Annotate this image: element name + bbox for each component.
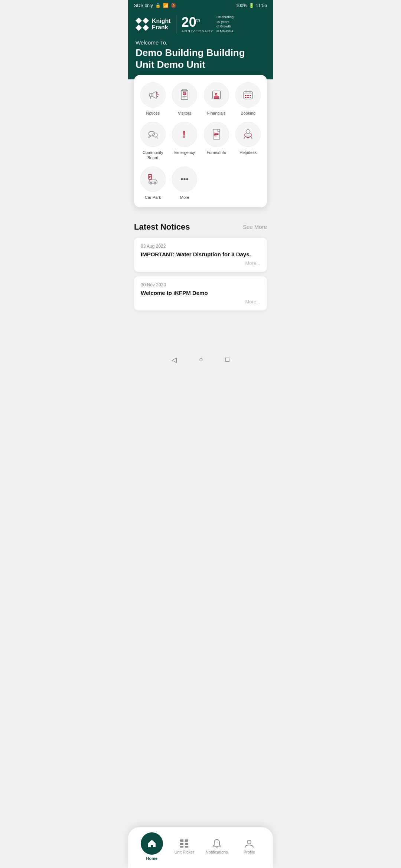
content-area: Latest Notices See More 03 Aug 2022 IMPO…: [128, 213, 273, 352]
community-icon-circle: [140, 122, 166, 147]
notice-more-1: More...: [141, 260, 260, 266]
menu-item-emergency[interactable]: ! Emergency: [170, 122, 199, 161]
svg-text:P: P: [149, 175, 151, 179]
time-label: 11:56: [256, 3, 267, 8]
svg-rect-20: [245, 95, 247, 96]
visitors-icon-circle: V: [172, 82, 197, 108]
document-icon: [210, 128, 223, 141]
forms-label: Forms/Info: [206, 150, 226, 155]
svg-rect-34: [214, 134, 215, 135]
menu-grid: Notices V Visitors $: [138, 82, 263, 200]
menu-item-forms[interactable]: Forms/Info: [202, 122, 231, 161]
megaphone-icon: [146, 88, 160, 102]
svg-point-26: [149, 131, 154, 136]
notice-more-2: More...: [141, 299, 260, 305]
forms-icon-circle: [204, 122, 229, 147]
wifi-icon: 📶: [163, 3, 169, 8]
menu-item-carpark[interactable]: P Car Park: [138, 167, 167, 200]
svg-point-27: [152, 133, 157, 137]
dollar-icon: $: [210, 88, 223, 102]
svg-rect-35: [214, 135, 215, 136]
menu-item-booking[interactable]: Booking: [234, 82, 263, 116]
svg-text:V: V: [184, 92, 186, 96]
menu-card: Notices V Visitors $: [134, 75, 267, 207]
svg-rect-25: [250, 97, 251, 98]
agent-icon: [241, 128, 255, 141]
exclamation-icon: !: [178, 128, 191, 141]
svg-point-3: [157, 94, 159, 95]
android-recents[interactable]: □: [225, 356, 229, 364]
menu-item-financials[interactable]: $ Financials: [202, 82, 231, 116]
helpdesk-label: Helpdesk: [239, 150, 257, 155]
notice-card-1[interactable]: 03 Aug 2022 IMPORTANT: Water Disruption …: [134, 238, 267, 272]
notice-card-2[interactable]: 30 Nov 2020 Welcome to iKFPM Demo More..…: [134, 276, 267, 310]
kf-text: KnightFrank: [152, 18, 171, 31]
android-nav: ◁ ○ □: [128, 352, 273, 369]
status-left: SOS only 🔒 📶 🔕: [134, 3, 176, 8]
more-icon-circle: [172, 167, 197, 192]
carpark-icon-circle: P: [140, 167, 166, 192]
visitors-label: Visitors: [178, 111, 191, 116]
status-right: 100% 🔋 11:56: [236, 3, 267, 8]
android-back[interactable]: ◁: [172, 356, 177, 364]
svg-point-41: [181, 178, 183, 180]
knight-frank-logo: KnightFrank: [136, 17, 171, 31]
anniversary-number: 20th ANNIVERSARY: [182, 16, 213, 33]
kf-diamonds-icon: [136, 17, 149, 31]
header-section: KnightFrank 20th ANNIVERSARY Celebrating…: [128, 10, 273, 79]
menu-item-notices[interactable]: Notices: [138, 82, 167, 116]
car-icon: P: [146, 172, 160, 186]
svg-rect-21: [247, 95, 249, 96]
notice-title-1: IMPORTANT: Water Disruption for 3 Days.: [141, 251, 260, 257]
welcome-text: Welcome To,: [136, 39, 265, 46]
menu-item-community[interactable]: Community Board: [138, 122, 167, 161]
chat-icon: [146, 128, 160, 141]
see-more-button[interactable]: See More: [243, 224, 267, 230]
latest-notices-title: Latest Notices: [134, 222, 190, 232]
financials-icon-circle: $: [204, 82, 229, 108]
notice-title-2: Welcome to iKFPM Demo: [141, 290, 260, 296]
emergency-label: Emergency: [174, 150, 195, 155]
anniversary-badge: 20th ANNIVERSARY Celebrating20 yearsof G…: [176, 15, 234, 33]
lock-icon: 🔒: [155, 3, 161, 8]
more-label: More: [180, 195, 189, 200]
logo-row: KnightFrank 20th ANNIVERSARY Celebrating…: [136, 15, 265, 33]
notices-icon-circle: [140, 82, 166, 108]
svg-point-43: [186, 178, 188, 180]
calendar-icon: [241, 88, 255, 102]
svg-rect-23: [245, 97, 247, 98]
svg-point-36: [246, 129, 250, 134]
building-name: Demo Building Building Unit Demo Unit: [136, 47, 265, 70]
financials-label: Financials: [207, 111, 226, 116]
anniversary-text: Celebrating20 yearsof Growthin Malaysia: [216, 15, 234, 33]
bell-off-icon: 🔕: [171, 3, 176, 8]
carpark-label: Car Park: [145, 195, 161, 200]
svg-point-42: [184, 178, 186, 180]
notice-date-1: 03 Aug 2022: [141, 244, 260, 249]
notice-date-2: 30 Nov 2020: [141, 282, 260, 287]
helpdesk-icon-circle: [235, 122, 261, 147]
svg-rect-24: [247, 97, 249, 98]
status-bar: SOS only 🔒 📶 🔕 100% 🔋 11:56: [128, 0, 273, 10]
community-label: Community Board: [143, 150, 163, 161]
emergency-icon-circle: !: [172, 122, 197, 147]
battery-icon: 🔋: [249, 3, 254, 8]
battery-label: 100%: [236, 3, 247, 8]
booking-label: Booking: [241, 111, 255, 116]
menu-item-more[interactable]: More: [170, 167, 199, 200]
menu-item-visitors[interactable]: V Visitors: [170, 82, 199, 116]
android-home[interactable]: ○: [199, 356, 203, 364]
svg-point-0: [149, 93, 152, 96]
svg-text:!: !: [183, 129, 186, 139]
sos-label: SOS only: [134, 3, 153, 8]
svg-rect-22: [250, 95, 251, 96]
booking-icon-circle: [235, 82, 261, 108]
notices-label: Notices: [146, 111, 160, 116]
visitor-icon: V: [178, 88, 191, 102]
dots-icon: [178, 172, 191, 186]
svg-rect-33: [214, 133, 215, 134]
svg-point-2: [156, 92, 158, 94]
svg-point-4: [157, 96, 158, 97]
section-header: Latest Notices See More: [134, 222, 267, 232]
menu-item-helpdesk[interactable]: Helpdesk: [234, 122, 263, 161]
